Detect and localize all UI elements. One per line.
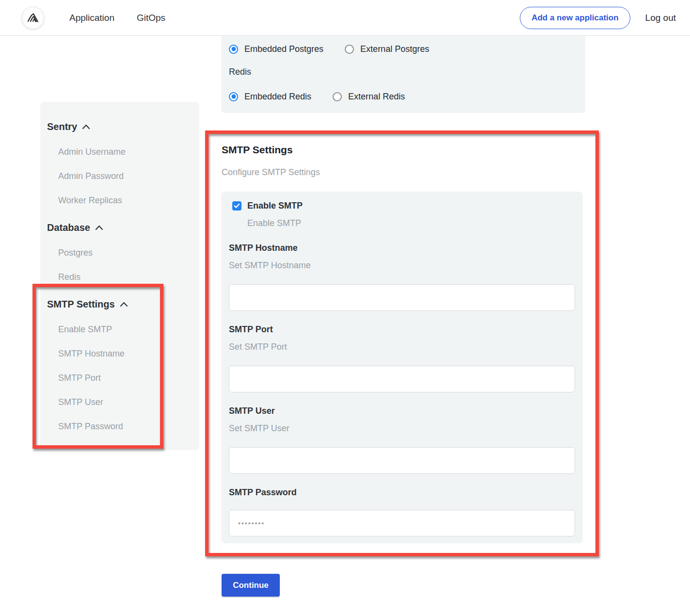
field-smtp-hostname: SMTP Hostname Set SMTP Hostname: [229, 243, 575, 311]
top-navbar: Application GitOps Add a new application…: [0, 0, 690, 36]
embedded-postgres-option[interactable]: Embedded Postgres: [229, 44, 323, 54]
sidebar-group-label: Sentry: [47, 121, 77, 132]
enable-smtp-checkbox[interactable]: [232, 201, 241, 211]
embedded-redis-radio[interactable]: [229, 92, 238, 101]
radio-label: Embedded Postgres: [244, 44, 323, 54]
external-postgres-radio[interactable]: [345, 45, 354, 54]
enable-smtp-row: Enable SMTP: [229, 200, 575, 211]
sidebar-item-smtp-password[interactable]: SMTP Password: [47, 414, 193, 438]
primary-nav: Application GitOps: [69, 13, 165, 23]
sidebar-item-smtp-user[interactable]: SMTP User: [47, 390, 193, 414]
sidebar-group-label: SMTP Settings: [47, 299, 115, 310]
external-postgres-option[interactable]: External Postgres: [345, 44, 429, 54]
sidebar-group-database[interactable]: Database: [47, 214, 193, 241]
sidebar-item-worker-replicas[interactable]: Worker Replicas: [47, 188, 193, 212]
field-label: SMTP Port: [229, 324, 575, 335]
radio-label: External Redis: [348, 92, 405, 102]
section-subtitle: Configure SMTP Settings: [222, 167, 320, 178]
radio-label: External Postgres: [360, 44, 429, 54]
chevron-up-icon: [95, 225, 103, 230]
sidebar-group-smtp-settings[interactable]: SMTP Settings: [47, 291, 193, 317]
sidebar-item-redis[interactable]: Redis: [47, 265, 193, 289]
field-smtp-password: SMTP Password: [229, 487, 575, 536]
field-label: SMTP Password: [229, 487, 575, 498]
external-redis-radio[interactable]: [333, 92, 342, 101]
sentry-logo-icon: [26, 11, 40, 25]
sidebar-item-admin-password[interactable]: Admin Password: [47, 164, 193, 188]
field-helper: Set SMTP Hostname: [229, 260, 575, 270]
smtp-hostname-input[interactable]: [229, 284, 575, 311]
field-label: SMTP User: [229, 406, 575, 417]
sidebar-item-admin-username[interactable]: Admin Username: [47, 140, 193, 164]
embedded-postgres-radio[interactable]: [229, 45, 238, 54]
nav-tab-application[interactable]: Application: [69, 13, 114, 23]
smtp-settings-form-panel: Enable SMTP Enable SMTP SMTP Hostname Se…: [221, 192, 583, 543]
config-nav-sidebar: Sentry Admin Username Admin Password Wor…: [40, 102, 199, 450]
sidebar-item-smtp-port[interactable]: SMTP Port: [47, 366, 193, 390]
sidebar-item-postgres[interactable]: Postgres: [47, 241, 193, 265]
chevron-up-icon: [82, 124, 90, 130]
logout-link[interactable]: Log out: [645, 13, 676, 23]
smtp-password-input[interactable]: [229, 510, 575, 536]
add-new-application-button[interactable]: Add a new application: [520, 7, 630, 29]
sidebar-item-smtp-hostname[interactable]: SMTP Hostname: [47, 341, 193, 366]
check-icon: [234, 203, 240, 209]
app-logo[interactable]: [22, 7, 44, 29]
embedded-redis-option[interactable]: Embedded Redis: [229, 92, 311, 102]
redis-radio-group: Embedded Redis External Redis: [229, 91, 578, 102]
chevron-up-icon: [120, 302, 128, 307]
sidebar-group-label: Database: [47, 222, 90, 233]
continue-button[interactable]: Continue: [222, 574, 280, 597]
external-redis-option[interactable]: External Redis: [333, 92, 405, 102]
enable-smtp-label: Enable SMTP: [247, 201, 303, 211]
nav-tab-gitops[interactable]: GitOps: [137, 13, 165, 23]
smtp-port-input[interactable]: [229, 366, 575, 392]
sidebar-group-sentry[interactable]: Sentry: [47, 113, 193, 140]
field-helper: Set SMTP Port: [229, 342, 575, 352]
navbar-right: Add a new application Log out: [520, 7, 676, 29]
field-helper: Set SMTP User: [229, 423, 575, 433]
field-smtp-user: SMTP User Set SMTP User: [229, 406, 575, 474]
smtp-user-input[interactable]: [229, 447, 575, 474]
section-title: SMTP Settings: [222, 144, 320, 156]
field-smtp-port: SMTP Port Set SMTP Port: [229, 324, 575, 392]
postgres-radio-group: Embedded Postgres External Postgres: [229, 43, 578, 55]
radio-label: Embedded Redis: [244, 92, 311, 102]
enable-smtp-helper: Enable SMTP: [247, 218, 575, 228]
smtp-section-heading: SMTP Settings Configure SMTP Settings: [222, 144, 320, 178]
database-options-panel: Embedded Postgres External Postgres Redi…: [221, 36, 585, 113]
sidebar-item-enable-smtp[interactable]: Enable SMTP: [47, 317, 193, 341]
redis-group-label: Redis: [229, 67, 578, 78]
field-label: SMTP Hostname: [229, 243, 575, 254]
